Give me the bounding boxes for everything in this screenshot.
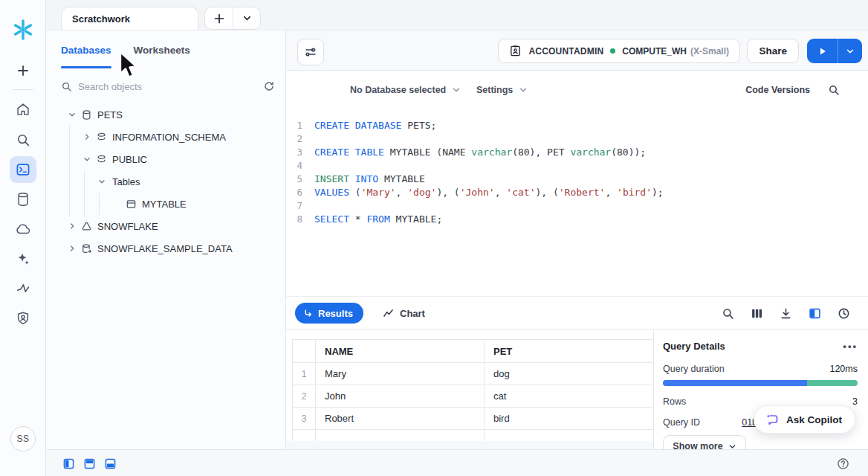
tree-item-snowflake_sample_data[interactable]: SNOWFLAKE_SAMPLE_DATA [46,237,285,260]
table-cell[interactable]: Mary [316,363,485,385]
context-selector[interactable]: ACCOUNTADMIN COMPUTE_WH (X-Small) [498,39,740,63]
tree-item-tables[interactable]: Tables [46,170,285,193]
tree-item-public[interactable]: PUBLIC [46,148,285,170]
tree-item-label: SNOWFLAKE [97,221,158,232]
new-tab-plus-icon[interactable] [205,7,233,29]
split-panel-icon[interactable] [809,307,821,320]
database-tree: PETSINFORMATION_SCHEMAPUBLICTablesMYTABL… [46,103,285,260]
code-line: 3CREATE TABLE MYTABLE (NAME varchar(80),… [286,146,868,159]
download-icon[interactable] [780,307,792,320]
tab-menu-chevron-down-icon[interactable] [233,7,260,29]
code-line: 6VALUES ('Mary', 'dog'), ('John', 'cat')… [286,186,868,199]
settings-menu[interactable]: Settings [476,71,528,109]
table-cell[interactable]: cat [485,385,654,408]
row-number: 2 [293,385,316,408]
tree-item-pets[interactable]: PETS [46,103,285,126]
database-selector-label: No Database selected [350,85,446,95]
cloud-icon[interactable] [10,216,36,242]
line-number: 5 [286,173,314,186]
database-selector[interactable]: No Database selected [350,71,461,109]
code-line: 7 [286,199,868,213]
run-button[interactable] [807,39,838,63]
chevron-right-icon[interactable] [65,222,79,231]
table-cell [293,430,316,442]
table-cell[interactable]: John [316,385,485,408]
column-header-name[interactable]: NAME [316,340,485,363]
table-cell[interactable]: bird [485,408,654,430]
columns-icon[interactable] [751,307,763,320]
share-label: Share [759,45,787,57]
show-more-button[interactable]: Show more [663,435,746,449]
table-header-row: NAMEPET [293,340,654,363]
home-icon[interactable] [10,96,36,123]
filters-icon[interactable] [297,39,324,65]
worksheet-tabbar: Scratchwork [46,0,868,30]
run-options-chevron-down-icon[interactable] [838,39,862,63]
ask-copilot-button[interactable]: Ask Copilot [754,405,855,434]
refresh-icon[interactable] [263,80,275,92]
code-text: CREATE TABLE MYTABLE (NAME varchar(80), … [314,146,646,159]
toggle-left-panel-icon[interactable] [63,458,74,469]
results-toolbar: Results Chart [286,296,868,329]
table-row: 2Johncat [293,385,654,408]
code-text: CREATE DATABASE PETS; [314,119,436,132]
sidebar-tabs: Databases Worksheets [46,30,285,69]
table-row: 1Marydog [293,363,654,385]
results-table: NAMEPET1Marydog2Johncat3Robertbird [292,339,654,442]
chevron-down-icon[interactable] [65,110,79,119]
code-line: 1CREATE DATABASE PETS; [286,119,868,132]
share-button[interactable]: Share [747,39,799,63]
plus-icon[interactable] [10,57,36,84]
more-options-icon[interactable]: ••• [843,341,858,352]
table-cell[interactable]: dog [485,363,654,385]
tree-item-label: MYTABLE [142,199,187,210]
chart-tab-label: Chart [400,308,425,319]
tab-chart[interactable]: Chart [383,303,425,324]
editor-search-icon[interactable] [828,84,840,96]
row-number: 1 [293,363,316,385]
avatar[interactable]: SS [10,426,36,451]
activity-icon[interactable] [10,275,36,302]
column-header-pet[interactable]: PET [485,340,654,363]
snowflake-logo-icon[interactable] [11,18,35,42]
table-cell [316,430,485,442]
chevron-down-icon[interactable] [95,177,108,186]
settings-label: Settings [476,85,513,95]
line-number: 2 [286,132,314,146]
toggle-top-panel-icon[interactable] [84,458,95,469]
line-number: 8 [286,213,314,226]
tab-results[interactable]: Results [295,303,363,324]
help-icon[interactable] [837,457,849,470]
tree-item-mytable[interactable]: MYTABLE [46,193,285,215]
tab-worksheets[interactable]: Worksheets [134,45,190,56]
tab-databases[interactable]: Databases [61,45,111,56]
chevron-right-icon[interactable] [80,132,94,141]
sql-editor[interactable]: 1CREATE DATABASE PETS;23CREATE TABLE MYT… [286,109,868,296]
table-cell[interactable]: Robert [316,408,485,430]
show-more-label: Show more [673,441,722,449]
toggle-bottom-panel-icon[interactable] [105,458,116,469]
code-versions-button[interactable]: Code Versions [745,85,810,95]
code-text: VALUES ('Mary', 'dog'), ('John', 'cat'),… [314,186,664,199]
chevron-down-icon[interactable] [80,155,94,164]
data-icon[interactable] [10,186,36,213]
search-icon[interactable] [10,126,36,153]
duration-label: Query duration [663,364,725,374]
tree-item-label: SNOWFLAKE_SAMPLE_DATA [97,243,233,254]
ai-sparkles-icon[interactable] [10,245,36,272]
code-line: 4 [286,159,868,173]
new-tab-group [204,7,261,30]
line-number: 1 [286,119,314,132]
chevron-right-icon[interactable] [65,244,79,253]
line-number: 7 [286,199,314,213]
search-objects-input[interactable]: Search objects [61,75,275,97]
duration-value: 120ms [829,364,858,374]
tree-item-snowflake[interactable]: SNOWFLAKE [46,215,285,237]
projects-icon[interactable] [10,156,36,183]
admin-shield-icon[interactable] [10,305,36,332]
app-icon [79,221,94,232]
history-clock-icon[interactable] [838,307,850,320]
results-search-icon[interactable] [722,307,734,320]
tab-scratchwork[interactable]: Scratchwork [61,7,198,30]
tree-item-information_schema[interactable]: INFORMATION_SCHEMA [46,126,285,148]
